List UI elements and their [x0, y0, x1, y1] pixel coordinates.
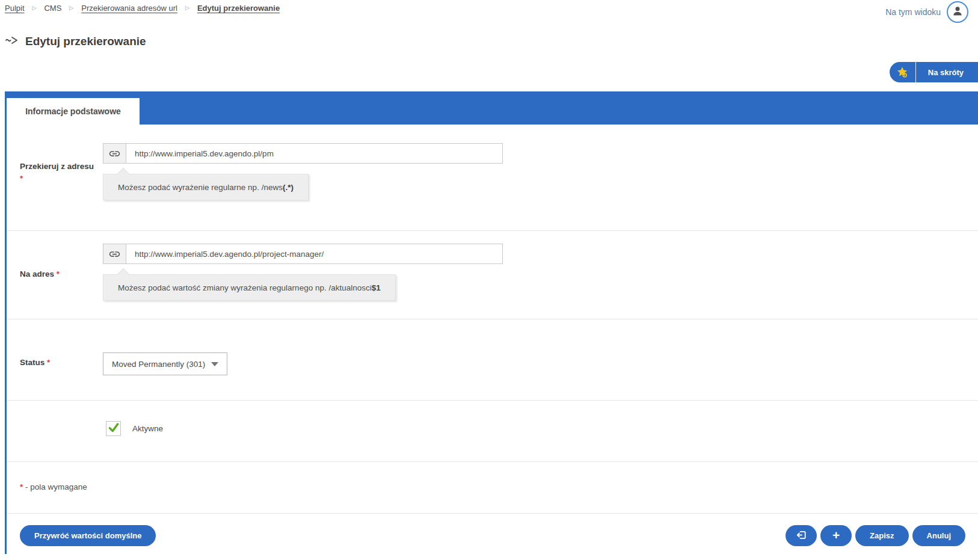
restore-defaults-button[interactable]: Przywróć wartości domyślne	[20, 525, 156, 546]
redirect-from-input[interactable]	[126, 143, 503, 164]
on-this-view: Na tym widoku	[885, 1, 968, 23]
triangle-right-icon: ▷	[32, 5, 37, 11]
to-address-input[interactable]	[126, 244, 503, 264]
field-row-active: Aktywne	[7, 400, 978, 461]
edit-redirect-panel: Informacje podstawowe Przekieruj z adres…	[5, 91, 978, 554]
redirect-from-input-group	[103, 143, 503, 164]
breadcrumb-item-redirects[interactable]: Przekierowania adresów url	[81, 4, 177, 13]
redirect-arrow-icon	[5, 35, 19, 48]
field-row-redirect-from: Przekieruj z adresu * Możesz podać wyraż…	[7, 125, 978, 230]
page-title-row: Edytuj przekierowanie	[5, 35, 146, 48]
active-checkbox[interactable]	[106, 421, 121, 436]
checkmark-icon	[107, 421, 120, 437]
to-address-input-group	[103, 244, 503, 264]
save-and-return-icon	[796, 529, 807, 543]
tab-basic-information[interactable]: Informacje podstawowe	[7, 98, 140, 125]
shortcuts-label: Na skróty	[916, 62, 978, 82]
user-icon	[952, 5, 964, 19]
field-row-status: Status * Moved Permanently (301)	[7, 319, 978, 400]
breadcrumb-item-pulpit[interactable]: Pulpit	[5, 4, 25, 13]
field-label-redirect-from: Przekieruj z adresu *	[20, 161, 98, 185]
status-select[interactable]: Moved Permanently (301)	[103, 352, 227, 375]
tooltip-arrow	[117, 168, 129, 180]
on-this-view-label: Na tym widoku	[885, 7, 941, 17]
link-icon	[103, 143, 126, 164]
shortcuts-button[interactable]: Na skróty	[890, 62, 978, 82]
link-icon	[103, 244, 126, 264]
add-new-button[interactable]: +	[820, 525, 852, 546]
cancel-button[interactable]: Anuluj	[912, 525, 965, 546]
save-and-return-button[interactable]	[786, 525, 817, 546]
field-row-to-address: Na adres * Możesz podać wartość zmiany w…	[7, 230, 978, 319]
breadcrumb-item-current[interactable]: Edytuj przekierowanie	[197, 4, 280, 13]
required-asterisk: *	[47, 358, 50, 367]
triangle-right-icon: ▷	[185, 5, 189, 11]
triangle-right-icon: ▷	[69, 5, 73, 11]
footer-actions-row: Przywróć wartości domyślne + Zapisz Anul…	[7, 513, 978, 554]
field-label-to-address: Na adres *	[20, 268, 60, 280]
user-avatar[interactable]	[947, 1, 968, 23]
required-note: * - pola wymagane	[20, 482, 87, 491]
status-select-value: Moved Permanently (301)	[112, 360, 205, 369]
breadcrumb-item-cms[interactable]: CMS	[44, 4, 61, 13]
star-shortcut-icon	[890, 62, 916, 82]
redirect-from-hint: Możesz podać wyrażenie regularne np. /ne…	[103, 174, 309, 200]
chevron-down-icon	[211, 362, 218, 366]
to-address-hint: Możesz podać wartość zmiany wyrażenia re…	[103, 274, 396, 301]
tab-bar: Informacje podstawowe	[7, 91, 978, 125]
required-asterisk: *	[20, 174, 23, 183]
save-button[interactable]: Zapisz	[855, 525, 908, 546]
page-title: Edytuj przekierowanie	[25, 35, 146, 48]
field-label-status: Status *	[20, 357, 50, 369]
required-note-row: * - pola wymagane	[7, 461, 978, 513]
breadcrumb: Pulpit ▷ CMS ▷ Przekierowania adresów ur…	[5, 4, 280, 13]
active-checkbox-label: Aktywne	[132, 424, 163, 433]
plus-icon: +	[832, 529, 840, 541]
tooltip-arrow	[117, 268, 129, 280]
required-asterisk: *	[57, 269, 60, 278]
footer-right-buttons: + Zapisz Anuluj	[786, 525, 965, 546]
